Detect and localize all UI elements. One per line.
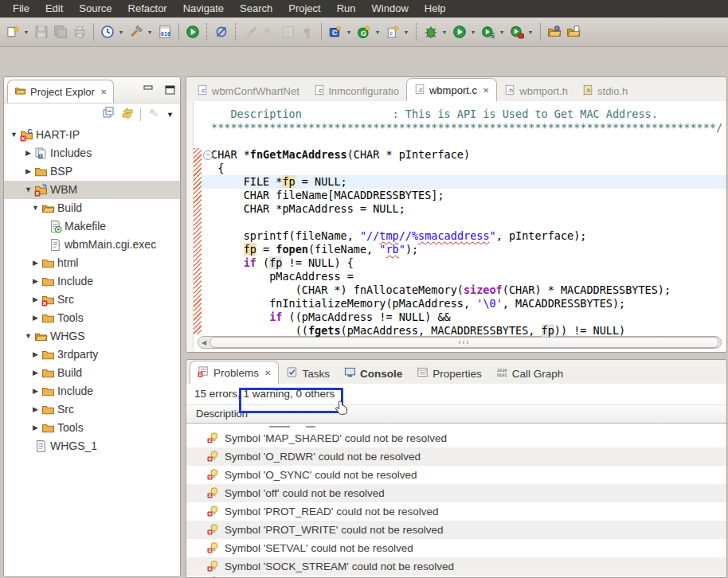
expand-arrow-icon[interactable]: ▶ [30, 364, 41, 382]
dropdown-caret-icon[interactable]: ▾ [117, 29, 125, 36]
fold-minus-icon[interactable]: − [203, 150, 213, 160]
editor-tab-wbmport-h[interactable]: .hwbmport.h [497, 80, 575, 101]
menu-refactor[interactable]: Refactor [120, 0, 175, 18]
dropdown-caret-icon[interactable]: ▾ [374, 29, 382, 36]
problem-row[interactable]: Symbol 'MAP_SHARED' could not be resolve… [186, 429, 726, 447]
dropdown-caret-icon[interactable]: ▾ [469, 29, 477, 36]
tree-item-hart-ip[interactable]: ▼CHART-IP [4, 126, 180, 144]
expand-arrow-icon[interactable]: ▶ [30, 346, 41, 364]
view-tab-console[interactable]: Console [337, 363, 409, 384]
menu-navigate[interactable]: Navigate [175, 0, 232, 18]
new-c-project-icon[interactable]: C [327, 22, 344, 41]
menu-search[interactable]: Search [232, 0, 280, 18]
problem-row[interactable]: Symbol 'SETVAL' could not be resolved [186, 539, 726, 557]
view-tab-properties[interactable]: Properties [409, 363, 489, 384]
dropdown-caret-icon[interactable]: ▾ [22, 29, 30, 36]
expand-arrow-icon[interactable]: ▶ [30, 400, 41, 419]
expand-arrow-icon[interactable]: ▶ [30, 272, 41, 291]
menu-run[interactable]: Run [329, 0, 364, 18]
tab-project-explorer[interactable]: Project Explor ✕ [7, 80, 114, 103]
menu-source[interactable]: Source [71, 0, 119, 18]
view-tab-tasks[interactable]: Tasks [279, 363, 337, 384]
tree-item-html[interactable]: ▶html [4, 254, 180, 272]
problem-row[interactable]: Symbol 'O_SYNC' could not be resolved [186, 466, 726, 484]
editor-tab-wbmconfwhartnet[interactable]: .cwbmConfWhartNet [190, 80, 307, 101]
expand-arrow-icon[interactable]: ▶ [30, 309, 41, 327]
editor-tab-lnmconfiguratio[interactable]: .clnmconfiguratio [307, 80, 406, 101]
tree-item-makefile[interactable]: Makefile [4, 217, 180, 236]
problem-row[interactable]: Symbol 'SOCK_STREAM' could not be resolv… [186, 557, 726, 576]
run-stop-icon[interactable] [508, 22, 526, 41]
dropdown-caret-icon[interactable]: ▾ [440, 29, 448, 36]
expand-arrow-icon[interactable]: ▶ [30, 382, 41, 400]
tree-item-tools[interactable]: ▶Tools [4, 309, 180, 327]
tree-item-bsp[interactable]: ▶BSP [4, 162, 180, 181]
view-tab-call-graph[interactable]: 10100101Call Graph [489, 363, 571, 384]
new-wizard-icon[interactable] [4, 22, 22, 41]
scrollbar-thumb[interactable] [209, 337, 719, 348]
collapse-arrow-icon[interactable]: ▼ [9, 126, 19, 144]
view-tab-problems[interactable]: Problems✕ [190, 361, 279, 384]
code-editor[interactable]: Description : This is API is Used to Get… [186, 107, 726, 338]
tree-item-wbm[interactable]: ▼WBM [4, 181, 180, 199]
tree-item-3rdparty[interactable]: ▶3rdparty [4, 346, 180, 364]
close-icon[interactable]: ✕ [483, 86, 489, 95]
tree-item-src[interactable]: ▶Src [4, 291, 180, 309]
close-icon[interactable]: ✕ [100, 88, 107, 96]
scroll-left-icon[interactable]: ◀ [198, 339, 209, 346]
problem-row[interactable]: Symbol 'PROT_WRITE' could not be resolve… [186, 521, 726, 539]
problem-row[interactable]: Symbol 'off' could not be resolved [186, 484, 726, 502]
tree-item-build[interactable]: ▼Build [4, 199, 180, 217]
maximize-button[interactable] [165, 84, 175, 98]
dropdown-caret-icon[interactable]: ▾ [498, 29, 506, 36]
binary-icon[interactable]: 010 [156, 22, 174, 41]
open-file-folder-icon[interactable] [565, 22, 582, 41]
dropdown-caret-icon[interactable]: ▾ [345, 29, 353, 36]
tree-item-tools[interactable]: ▶Tools [4, 419, 180, 437]
menu-help[interactable]: Help [417, 0, 454, 18]
open-project-folder-icon[interactable] [546, 22, 563, 41]
editor-tab-stdio-h[interactable]: .hstdio.h [575, 80, 635, 101]
run-icon[interactable] [184, 22, 202, 41]
link-with-editor-icon[interactable] [121, 107, 134, 123]
menu-project[interactable]: Project [280, 0, 328, 18]
expand-arrow-icon[interactable]: ▶ [30, 291, 41, 309]
expand-arrow-icon[interactable]: ▶ [30, 419, 41, 437]
problem-row[interactable]: Symbol 'PROT_READ' could not be resolved [186, 502, 726, 521]
tree-item-includes[interactable]: ▶hIncludes [4, 144, 180, 162]
collapse-arrow-icon[interactable]: ▼ [23, 181, 33, 199]
dropdown-caret-icon[interactable]: ▾ [146, 29, 154, 36]
tree-item-wbmmain-cgi-exec[interactable]: wbmMain.cgi.exec [4, 236, 180, 254]
view-menu-icon[interactable]: ▼ [166, 111, 174, 119]
expand-arrow-icon[interactable]: ▶ [30, 254, 41, 272]
tree-item-src[interactable]: ▶Src [4, 400, 180, 419]
menu-window[interactable]: Window [364, 0, 417, 18]
collapse-all-icon[interactable] [102, 107, 115, 123]
problem-row[interactable]: Symbol 'O_RDWR' could not be resolved [186, 447, 726, 466]
run-config-icon[interactable] [479, 22, 497, 41]
editor-tab-wbmport-c[interactable]: .cwbmport.c✕ [406, 78, 497, 101]
new-c-file-icon[interactable]: c [384, 22, 401, 41]
clock-icon[interactable] [99, 22, 116, 41]
collapse-arrow-icon[interactable]: ▼ [30, 199, 41, 217]
tree-item-whgs-1[interactable]: WHGS_1 [4, 437, 180, 455]
tree-item-build[interactable]: ▶Build [4, 364, 180, 382]
new-cpp-project-icon[interactable]: G [355, 22, 373, 41]
minimize-button[interactable] [143, 84, 154, 98]
tree-item-include[interactable]: ▶Include [4, 272, 180, 291]
horizontal-scrollbar[interactable]: ◀ [198, 336, 722, 349]
collapse-arrow-icon[interactable]: ▼ [23, 327, 33, 346]
menu-file[interactable]: File [5, 0, 37, 18]
build-hammer-icon[interactable] [127, 22, 145, 41]
run-green-icon[interactable] [451, 22, 468, 41]
expand-arrow-icon[interactable]: ▶ [23, 162, 33, 181]
dropdown-caret-icon[interactable]: ▾ [526, 29, 534, 36]
editor-body[interactable]: − Description : This is API is Used to G… [186, 101, 726, 352]
dropdown-caret-icon[interactable]: ▾ [402, 29, 410, 36]
menu-edit[interactable]: Edit [37, 0, 71, 18]
debug-icon[interactable] [422, 22, 440, 41]
skip-breakpoints-icon[interactable] [213, 22, 230, 41]
tree-item-whgs[interactable]: ▼WHGS [4, 327, 180, 346]
close-icon[interactable]: ✕ [264, 369, 271, 377]
expand-arrow-icon[interactable]: ▶ [23, 144, 33, 162]
